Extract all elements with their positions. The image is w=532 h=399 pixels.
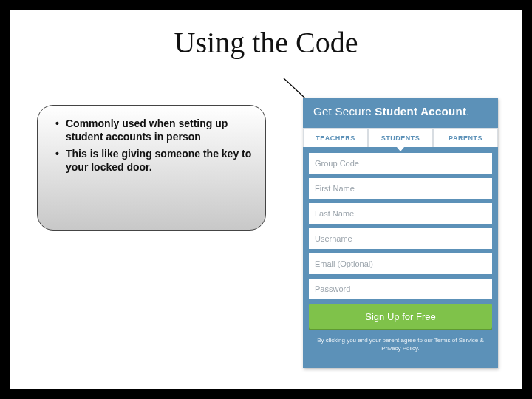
panel-heading-bold: Student Account xyxy=(375,105,466,117)
email-field[interactable]: Email (Optional) xyxy=(309,253,492,274)
callout-box: Commonly used when setting up student ac… xyxy=(37,105,266,231)
panel-heading: Get Secure Student Account. xyxy=(303,98,498,128)
placeholder-text: Group Code xyxy=(315,159,359,168)
tab-parents[interactable]: PARENTS xyxy=(433,128,498,147)
slide-title: Using the Code xyxy=(10,25,522,60)
tab-students[interactable]: STUDENTS xyxy=(368,128,433,147)
first-name-field[interactable]: First Name xyxy=(309,178,492,199)
slide: Using the Code Commonly used when settin… xyxy=(0,0,532,399)
username-field[interactable]: Username xyxy=(309,228,492,249)
panel-heading-suffix: . xyxy=(466,105,469,117)
placeholder-text: Username xyxy=(315,234,352,243)
signup-fields: Group Code First Name Last Name Username… xyxy=(303,147,498,299)
sign-up-button[interactable]: Sign Up for Free xyxy=(309,304,492,329)
placeholder-text: First Name xyxy=(315,184,355,193)
placeholder-text: Email (Optional) xyxy=(315,259,373,268)
password-field[interactable]: Password xyxy=(309,279,492,299)
tab-teachers[interactable]: TEACHERS xyxy=(303,128,368,147)
role-tabs: TEACHERS STUDENTS PARENTS xyxy=(303,128,498,147)
last-name-field[interactable]: Last Name xyxy=(309,203,492,224)
placeholder-text: Password xyxy=(315,284,350,293)
terms-fineprint: By clicking you and your parent agree to… xyxy=(303,329,498,352)
signup-panel: Get Secure Student Account. TEACHERS STU… xyxy=(303,98,498,368)
group-code-field[interactable]: Group Code xyxy=(309,153,492,174)
panel-heading-prefix: Get Secure xyxy=(313,105,375,117)
bullet-item: Commonly used when setting up student ac… xyxy=(55,117,252,143)
placeholder-text: Last Name xyxy=(315,209,354,218)
bullet-item: This is like giving someone the key to y… xyxy=(55,148,252,174)
